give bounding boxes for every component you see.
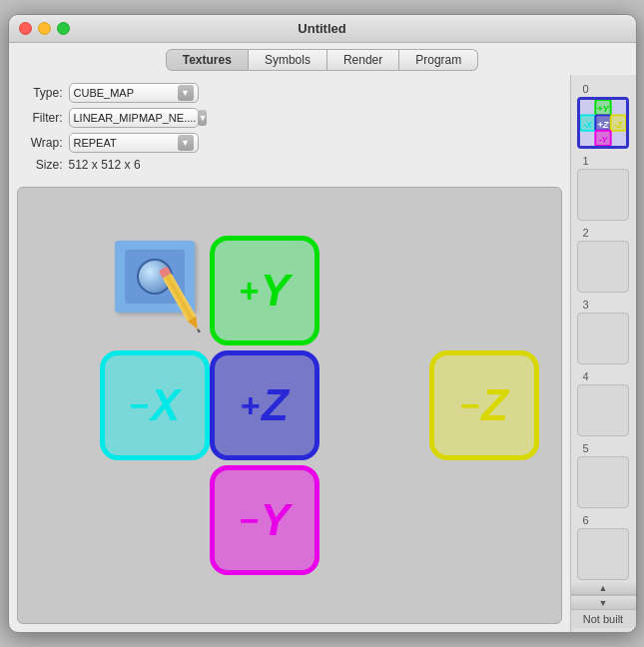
svg-text:+Y: +Y bbox=[597, 103, 611, 114]
wrap-value: REPEAT bbox=[74, 137, 176, 149]
blueprint-icon-area bbox=[100, 226, 210, 335]
face-ny-label: −Y bbox=[239, 495, 290, 545]
canvas-area: +Y −X +Z bbox=[17, 187, 562, 624]
type-row: Type: CUBE_MAP ▼ bbox=[21, 83, 558, 103]
face-plus-z[interactable]: +Z bbox=[210, 350, 320, 460]
sidebar-slot-4[interactable] bbox=[577, 384, 629, 436]
main-window: Untitled Textures Symbols Render Program… bbox=[8, 14, 637, 633]
pencil-point bbox=[197, 328, 201, 332]
tab-textures[interactable]: Textures bbox=[166, 49, 249, 71]
face-minus-y[interactable]: −Y bbox=[210, 465, 320, 575]
left-panel: Type: CUBE_MAP ▼ Filter: LINEAR_MIPMAP_N… bbox=[9, 75, 570, 632]
blueprint-icon bbox=[110, 241, 200, 321]
tab-render[interactable]: Render bbox=[327, 49, 399, 71]
wrap-label: Wrap: bbox=[21, 136, 63, 150]
sidebar-slot-6[interactable] bbox=[577, 528, 629, 580]
type-select[interactable]: CUBE_MAP ▼ bbox=[69, 83, 199, 103]
svg-text:-X: -X bbox=[583, 120, 593, 130]
sidebar-slot-container[interactable]: 0 +Y -X bbox=[571, 79, 636, 581]
type-label: Type: bbox=[21, 86, 63, 100]
svg-text:-Y: -Y bbox=[599, 135, 609, 145]
sidebar-slot-0[interactable]: +Y -X +Z -Z bbox=[577, 97, 629, 149]
scroll-up-button[interactable]: ▲ bbox=[571, 581, 636, 595]
svg-text:-Z: -Z bbox=[614, 120, 623, 130]
face-pz-label: +Z bbox=[240, 380, 289, 430]
properties-panel: Type: CUBE_MAP ▼ Filter: LINEAR_MIPMAP_N… bbox=[9, 75, 570, 181]
close-button[interactable] bbox=[19, 22, 32, 35]
wrap-select-arrow: ▼ bbox=[178, 135, 194, 151]
slot-6-number: 6 bbox=[575, 514, 589, 526]
svg-text:+Z: +Z bbox=[597, 119, 610, 130]
slot-4-number: 4 bbox=[575, 370, 589, 382]
slot-5-number: 5 bbox=[575, 442, 589, 454]
slot-1-number: 1 bbox=[575, 155, 589, 167]
titlebar: Untitled bbox=[9, 15, 636, 43]
slot-3-number: 3 bbox=[575, 299, 589, 311]
sidebar-slot-3[interactable] bbox=[577, 313, 629, 364]
sidebar-slot-wrapper: 0 +Y -X bbox=[571, 79, 636, 581]
minimize-button[interactable] bbox=[38, 22, 51, 35]
tab-program[interactable]: Program bbox=[399, 49, 478, 71]
content-area: Type: CUBE_MAP ▼ Filter: LINEAR_MIPMAP_N… bbox=[9, 75, 636, 632]
cube-layout: +Y −X +Z bbox=[100, 226, 479, 585]
type-select-arrow: ▼ bbox=[178, 85, 194, 101]
scroll-down-button[interactable]: ▼ bbox=[571, 595, 636, 609]
size-value: 512 x 512 x 6 bbox=[69, 158, 141, 172]
sidebar-slot-2[interactable] bbox=[577, 241, 629, 293]
slot-0-thumbnail: +Y -X +Z -Z bbox=[580, 99, 626, 147]
tab-symbols[interactable]: Symbols bbox=[249, 49, 327, 71]
face-plus-y[interactable]: +Y bbox=[210, 236, 320, 345]
wrap-row: Wrap: REPEAT ▼ bbox=[21, 133, 558, 153]
type-value: CUBE_MAP bbox=[74, 87, 176, 99]
traffic-lights bbox=[19, 22, 70, 35]
tab-bar: Textures Symbols Render Program bbox=[9, 43, 636, 75]
filter-value: LINEAR_MIPMAP_NE.... bbox=[74, 112, 197, 124]
window-title: Untitled bbox=[298, 21, 345, 36]
size-row: Size: 512 x 512 x 6 bbox=[21, 158, 558, 172]
filter-select[interactable]: LINEAR_MIPMAP_NE.... ▼ bbox=[69, 108, 199, 128]
wrap-select[interactable]: REPEAT ▼ bbox=[69, 133, 199, 153]
face-nz-label: −Z bbox=[459, 380, 508, 430]
slot-2-number: 2 bbox=[575, 227, 589, 239]
maximize-button[interactable] bbox=[57, 22, 70, 35]
filter-label: Filter: bbox=[21, 111, 63, 125]
sidebar-slot-5[interactable] bbox=[577, 456, 629, 508]
right-sidebar: 0 +Y -X bbox=[570, 75, 636, 632]
filter-row: Filter: LINEAR_MIPMAP_NE.... ▼ bbox=[21, 108, 558, 128]
not-built-bar: Not built bbox=[571, 609, 636, 628]
size-label: Size: bbox=[21, 158, 63, 172]
slot-0-thumb: +Y -X +Z -Z bbox=[580, 100, 626, 146]
face-minus-z[interactable]: −Z bbox=[429, 350, 539, 460]
filter-select-arrow: ▼ bbox=[198, 110, 207, 126]
face-nx-label: −X bbox=[129, 380, 180, 430]
slot-0-number: 0 bbox=[575, 83, 589, 95]
face-py-label: +Y bbox=[239, 266, 290, 316]
sidebar-slot-1[interactable] bbox=[577, 169, 629, 221]
face-minus-x[interactable]: −X bbox=[100, 350, 210, 460]
